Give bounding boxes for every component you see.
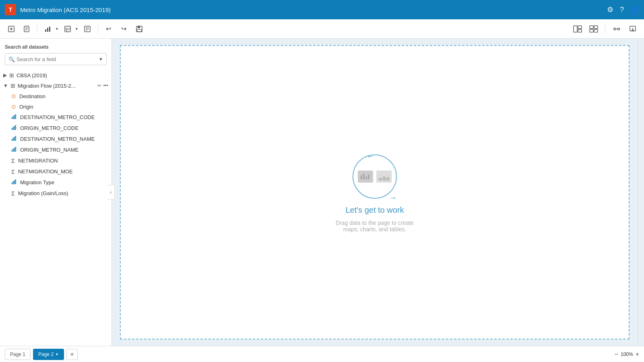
- chart-button[interactable]: [41, 23, 54, 35]
- layout1-button[interactable]: [571, 23, 584, 35]
- layout2-button[interactable]: [587, 23, 600, 35]
- page1-tab[interactable]: Page 1: [5, 349, 31, 360]
- field-item-migration-gainloss[interactable]: Σ Migration (Gain/Loss): [0, 188, 111, 199]
- zoom-in-button[interactable]: +: [636, 351, 639, 358]
- field-name-origin-metro-code: ORIGIN_METRO_CODE: [20, 125, 78, 131]
- canvas-content[interactable]: ← → Let's get to work Drag data to the p…: [120, 45, 630, 339]
- search-box[interactable]: 🔍 ▼: [5, 53, 107, 65]
- svg-rect-37: [12, 128, 12, 130]
- svg-rect-61: [386, 177, 389, 181]
- right-panel: [638, 39, 644, 346]
- field-item-dest-metro-code[interactable]: DESTINATION_METRO_CODE: [0, 112, 111, 123]
- page2-tab[interactable]: Page 2 ▼: [33, 349, 64, 360]
- svg-rect-57: [368, 175, 369, 179]
- svg-rect-35: [14, 115, 15, 119]
- svg-rect-46: [13, 148, 14, 152]
- settings-icon[interactable]: ⚙: [607, 5, 613, 14]
- toolbar: ▼ ▼ ↩ ↪: [0, 19, 644, 39]
- help-icon[interactable]: ?: [620, 6, 624, 14]
- svg-rect-20: [137, 29, 141, 32]
- svg-rect-22: [578, 26, 582, 29]
- svg-rect-9: [49, 27, 50, 32]
- svg-point-28: [614, 28, 616, 30]
- topbar: T Metro Migration (ACS 2015-2019) ⚙ ? 👤: [0, 0, 644, 19]
- file-button[interactable]: [20, 23, 33, 35]
- svg-rect-44: [15, 136, 16, 141]
- collapse-sidebar-button[interactable]: ‹: [107, 185, 115, 200]
- num-icon-origin-metro-code: [11, 125, 17, 132]
- str-icon-migration-gainloss: Σ: [11, 190, 15, 197]
- table-button[interactable]: [61, 23, 74, 35]
- summary-button[interactable]: [81, 23, 94, 35]
- svg-rect-38: [13, 127, 14, 130]
- dataset-list: ▶ ⊞ CBSA (2019) ▼ ⊞ Migration Flow (2015…: [0, 68, 111, 346]
- sidebar: Search all datasets 🔍 ▼ ▶ ⊞ CBSA (2019) …: [0, 39, 112, 346]
- dataset-name-cbsa: CBSA (2019): [17, 72, 108, 78]
- svg-rect-39: [14, 126, 15, 130]
- svg-rect-41: [12, 139, 12, 141]
- work-area-icon: ← →: [349, 152, 401, 201]
- field-item-origin-metro-name[interactable]: ORIGIN_METRO_NAME: [0, 144, 111, 155]
- field-item-dest-metro-name[interactable]: DESTINATION_METRO_NAME: [0, 134, 111, 144]
- svg-rect-60: [383, 177, 386, 181]
- svg-rect-24: [590, 26, 593, 29]
- num-icon-migration-type: [11, 179, 17, 186]
- dataset-item-cbsa[interactable]: ▶ ⊞ CBSA (2019): [0, 70, 111, 80]
- zoom-out-button[interactable]: −: [615, 351, 618, 358]
- dataset-name-migration: Migration Flow (2015-2...: [18, 83, 95, 89]
- svg-rect-27: [594, 29, 598, 32]
- zoom-controls: − 100% +: [615, 351, 639, 358]
- svg-rect-45: [12, 150, 12, 152]
- field-item-migration-type[interactable]: Migration Type: [0, 177, 111, 188]
- chart-thumbnail: [358, 171, 373, 183]
- page2-dropdown-icon[interactable]: ▼: [55, 352, 59, 356]
- table-dropdown-arrow[interactable]: ▼: [75, 27, 78, 31]
- more-dataset-button[interactable]: •••: [103, 83, 108, 88]
- str-icon-netmigration: Σ: [11, 157, 15, 164]
- page2-label: Page 2: [38, 352, 54, 357]
- work-area-center: ← → Let's get to work Drag data to the p…: [336, 152, 414, 232]
- zoom-level: 100%: [621, 352, 633, 357]
- svg-rect-52: [15, 179, 16, 184]
- arrow-bottom-icon: →: [389, 193, 397, 202]
- new-button[interactable]: [5, 23, 18, 35]
- field-item-netmigration[interactable]: Σ NETMIGRATION: [0, 155, 111, 166]
- num-icon-origin-metro-name: [11, 146, 17, 153]
- field-name-origin: Origin: [19, 104, 33, 110]
- field-item-destination[interactable]: ⊙ Destination: [0, 91, 111, 101]
- svg-rect-51: [14, 180, 15, 184]
- arrow-top-icon: ←: [367, 152, 375, 161]
- bottom-bar: Page 1 Page 2 ▼ + − 100% +: [0, 346, 644, 362]
- dataset-icon-migration: ⊞: [10, 82, 15, 89]
- dataset-item-migration[interactable]: ▼ ⊞ Migration Flow (2015-2... ✏ •••: [0, 80, 111, 91]
- save-button[interactable]: [133, 23, 146, 35]
- svg-rect-42: [13, 138, 14, 141]
- chart-dropdown-arrow[interactable]: ▼: [55, 27, 59, 31]
- field-name-netmigration-moe: NETMIGRATION_MOE: [18, 169, 73, 175]
- redo-button[interactable]: ↪: [118, 23, 130, 35]
- export-button[interactable]: [626, 23, 639, 35]
- search-dropdown-icon[interactable]: ▼: [99, 57, 103, 62]
- field-name-migration-gainloss: Migration (Gain/Loss): [18, 190, 68, 196]
- field-item-origin-metro-code[interactable]: ORIGIN_METRO_CODE: [0, 123, 111, 134]
- undo-button[interactable]: ↩: [102, 23, 115, 35]
- geo-icon-origin: ⊙: [11, 103, 16, 110]
- canvas-area: ← → Let's get to work Drag data to the p…: [112, 39, 638, 346]
- user-icon[interactable]: 👤: [630, 5, 639, 14]
- svg-rect-55: [363, 174, 365, 179]
- field-item-origin[interactable]: ⊙ Origin: [0, 101, 111, 112]
- connect-button[interactable]: [610, 23, 623, 35]
- svg-rect-47: [14, 148, 15, 152]
- svg-rect-50: [13, 181, 14, 184]
- field-name-migration-type: Migration Type: [20, 179, 54, 185]
- field-item-netmigration-moe[interactable]: Σ NETMIGRATION_MOE: [0, 166, 111, 177]
- field-name-destination: Destination: [19, 93, 45, 99]
- add-page-button[interactable]: +: [66, 349, 78, 360]
- svg-rect-40: [15, 125, 16, 130]
- svg-rect-23: [578, 29, 582, 32]
- work-title: Let's get to work: [346, 206, 404, 215]
- edit-dataset-button[interactable]: ✏: [97, 83, 101, 88]
- svg-rect-49: [12, 182, 12, 184]
- search-input[interactable]: [17, 56, 97, 62]
- svg-rect-33: [12, 117, 12, 119]
